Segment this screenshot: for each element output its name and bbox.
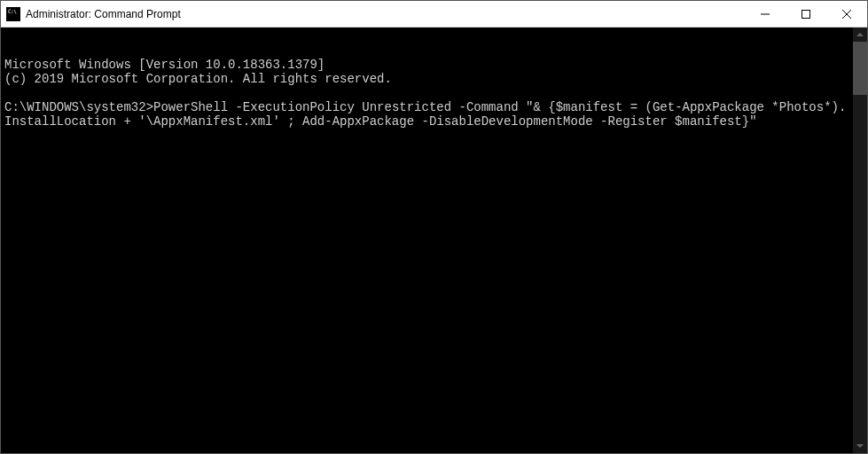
scrollbar-down-button[interactable] [853, 439, 867, 453]
chevron-down-icon [856, 444, 864, 448]
close-button[interactable] [826, 1, 867, 27]
vertical-scrollbar[interactable] [853, 27, 867, 453]
scrollbar-up-button[interactable] [853, 27, 867, 42]
command-prompt-window: C:\ Administrator: Command Prompt [0, 0, 868, 454]
minimize-button[interactable] [745, 1, 786, 27]
maximize-icon [802, 10, 810, 19]
chevron-up-icon [856, 33, 864, 36]
cmd-icon: C:\ [6, 7, 20, 21]
close-icon [842, 10, 851, 19]
maximize-button[interactable] [786, 1, 826, 27]
terminal-area[interactable]: Microsoft Windows [Version 10.0.18363.13… [1, 27, 867, 453]
cmd-icon-text: C:\ [8, 9, 16, 14]
copyright-line: (c) 2019 Microsoft Corporation. All righ… [4, 72, 392, 86]
scrollbar-thumb[interactable] [853, 42, 867, 95]
window-controls [745, 1, 867, 27]
window-title: Administrator: Command Prompt [26, 8, 745, 20]
terminal-content: Microsoft Windows [Version 10.0.18363.13… [4, 58, 849, 129]
version-line: Microsoft Windows [Version 10.0.18363.13… [4, 58, 325, 72]
svg-rect-1 [802, 10, 810, 18]
prompt-path: C:\WINDOWS\system32> [4, 100, 153, 114]
minimize-icon [761, 10, 770, 19]
titlebar[interactable]: C:\ Administrator: Command Prompt [1, 1, 867, 27]
